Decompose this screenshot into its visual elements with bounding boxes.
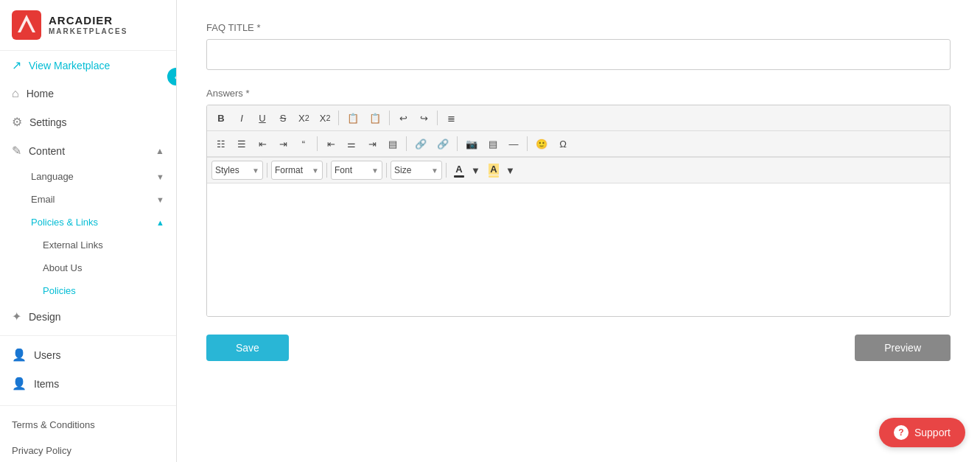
indent-button[interactable]: ⇥: [273, 134, 293, 153]
align-right-button[interactable]: ⇥: [363, 134, 382, 153]
sidebar-footer: Terms & Conditions Privacy Policy Logout: [0, 405, 176, 462]
sidebar-sub-about-us[interactable]: About Us: [0, 256, 176, 279]
undo-button[interactable]: ↩: [393, 108, 413, 127]
toolbar-row-3: Styles ▼ Format ▼ Font ▼ Size: [211, 161, 945, 180]
email-chevron-icon: ▼: [156, 195, 164, 204]
toolbar-sep-5: [406, 136, 407, 151]
font-color-arrow-button[interactable]: ▼: [469, 161, 482, 180]
table-button[interactable]: ▤: [483, 134, 503, 153]
sidebar-sub-language[interactable]: Language ▼: [0, 165, 176, 188]
unordered-list-button[interactable]: ☰: [232, 134, 251, 153]
highlight-color-arrow-button[interactable]: ▼: [504, 161, 517, 180]
paste-text-button[interactable]: 📋: [365, 108, 385, 127]
items-icon: 👤: [12, 377, 27, 391]
align-left-button[interactable]: ⇤: [321, 134, 340, 153]
special-char-button[interactable]: Ω: [553, 134, 573, 153]
size-dropdown[interactable]: Size ▼: [391, 161, 442, 180]
emoji-button[interactable]: 🙂: [531, 134, 552, 153]
save-button[interactable]: Save: [206, 335, 289, 361]
support-button[interactable]: ? Support: [879, 418, 965, 447]
sidebar-item-settings[interactable]: ⚙ Settings: [0, 108, 176, 136]
editor-toolbar-row3: Styles ▼ Format ▼ Font ▼ Size: [207, 157, 950, 183]
subscript-button[interactable]: X2: [294, 108, 314, 127]
content-chevron-icon: ▲: [155, 146, 164, 156]
sidebar-item-items[interactable]: 👤 Items: [0, 369, 176, 398]
sidebar-item-terms[interactable]: Terms & Conditions: [0, 412, 176, 438]
toolbar-sep-10: [386, 163, 387, 178]
content-icon: ✎: [12, 144, 21, 158]
sidebar-sub-email[interactable]: Email ▼: [0, 188, 176, 211]
toolbar-sep-8: [267, 163, 267, 178]
hr-button[interactable]: ―: [504, 134, 523, 153]
redo-button[interactable]: ↪: [414, 108, 433, 127]
font-color-button[interactable]: A: [450, 162, 468, 179]
clear-format-button[interactable]: ≣: [441, 108, 461, 127]
font-dropdown[interactable]: Font ▼: [331, 161, 382, 180]
highlight-color-underline: [489, 175, 499, 178]
rich-text-editor: B I U S X2 X2 📋 📋 ↩ ↪ ≣: [206, 105, 951, 317]
image-button[interactable]: 📷: [461, 134, 482, 153]
sidebar-item-users[interactable]: 👤 Users: [0, 340, 176, 369]
sidebar-item-privacy[interactable]: Privacy Policy: [0, 438, 176, 462]
toolbar-sep-4: [317, 136, 318, 151]
language-chevron-icon: ▼: [156, 172, 164, 181]
toolbar-row-2: ☷ ☰ ⇤ ⇥ “ ⇤ ⚌ ⇥ ▤ 🔗 🔗 📷 ▤ ―: [211, 134, 945, 153]
align-justify-button[interactable]: ▤: [383, 134, 402, 153]
ordered-list-button[interactable]: ☷: [211, 134, 231, 153]
format-dropdown-arrow-icon: ▼: [312, 167, 319, 175]
unlink-button[interactable]: 🔗: [433, 134, 453, 153]
preview-button[interactable]: Preview: [855, 335, 951, 361]
toolbar-sep-3: [437, 111, 438, 125]
sidebar-nav: ↗ View Marketplace ⌂ Home ⚙ Settings ✎ C…: [0, 51, 176, 405]
policies-chevron-icon: ▲: [156, 218, 164, 227]
faq-title-label: FAQ TITLE *: [206, 22, 951, 33]
link-button[interactable]: 🔗: [410, 134, 431, 153]
action-buttons: Save Preview: [206, 335, 951, 361]
strikethrough-button[interactable]: S: [273, 108, 293, 127]
editor-toolbar-row2: ☷ ☰ ⇤ ⇥ “ ⇤ ⚌ ⇥ ▤ 🔗 🔗 📷 ▤ ―: [207, 131, 950, 157]
answers-section: Answers * B I U S X2 X2 📋 📋 ↩ ↪: [206, 88, 951, 317]
superscript-button[interactable]: X2: [315, 108, 335, 127]
toolbar-row-1: B I U S X2 X2 📋 📋 ↩ ↪ ≣: [211, 108, 945, 127]
nav-divider: [0, 335, 176, 336]
answers-label: Answers *: [206, 88, 951, 99]
logo-area: ARCADIER MARKETPLACES: [0, 0, 176, 51]
view-marketplace-icon: ↗: [12, 58, 21, 72]
bold-button[interactable]: B: [211, 108, 231, 127]
sidebar-item-content[interactable]: ✎ Content ▲: [0, 136, 176, 165]
underline-button[interactable]: U: [253, 108, 272, 127]
support-icon: ?: [894, 425, 909, 440]
editor-body[interactable]: [207, 183, 950, 316]
quote-button[interactable]: “: [294, 134, 313, 153]
size-dropdown-arrow-icon: ▼: [431, 167, 438, 175]
users-icon: 👤: [12, 348, 27, 362]
font-color-underline: [454, 175, 464, 178]
styles-dropdown-arrow-icon: ▼: [252, 167, 259, 175]
align-center-button[interactable]: ⚌: [342, 134, 361, 153]
format-dropdown[interactable]: Format ▼: [271, 161, 323, 180]
sidebar-item-home[interactable]: ⌂ Home: [0, 80, 176, 108]
sidebar-item-design[interactable]: ✦ Design: [0, 302, 176, 331]
faq-title-section: FAQ TITLE *: [206, 22, 951, 88]
main-content: FAQ TITLE * Answers * B I U S X2 X2 📋 📋: [177, 0, 980, 462]
faq-title-input[interactable]: [206, 39, 951, 70]
settings-icon: ⚙: [12, 115, 22, 129]
toolbar-sep-1: [338, 111, 339, 125]
arcadier-logo: [12, 10, 41, 40]
italic-button[interactable]: I: [232, 108, 251, 127]
toolbar-sep-11: [446, 163, 447, 178]
styles-dropdown[interactable]: Styles ▼: [211, 161, 263, 180]
logo-text: ARCADIER MARKETPLACES: [49, 14, 127, 36]
outdent-button[interactable]: ⇤: [253, 134, 272, 153]
font-dropdown-arrow-icon: ▼: [371, 167, 379, 175]
highlight-color-button[interactable]: A: [485, 162, 503, 179]
editor-toolbar-row1: B I U S X2 X2 📋 📋 ↩ ↪ ≣: [207, 105, 950, 131]
toolbar-sep-7: [527, 136, 528, 151]
design-icon: ✦: [12, 309, 21, 323]
sidebar-sub-policies-links[interactable]: Policies & Links ▲: [0, 211, 176, 234]
sidebar: ARCADIER MARKETPLACES ‹ ↗ View Marketpla…: [0, 0, 177, 462]
sidebar-item-view-marketplace[interactable]: ↗ View Marketplace: [0, 51, 176, 80]
paste-button[interactable]: 📋: [343, 108, 363, 127]
sidebar-sub-policies[interactable]: Policies: [0, 279, 176, 302]
sidebar-sub-external-links[interactable]: External Links: [0, 234, 176, 256]
